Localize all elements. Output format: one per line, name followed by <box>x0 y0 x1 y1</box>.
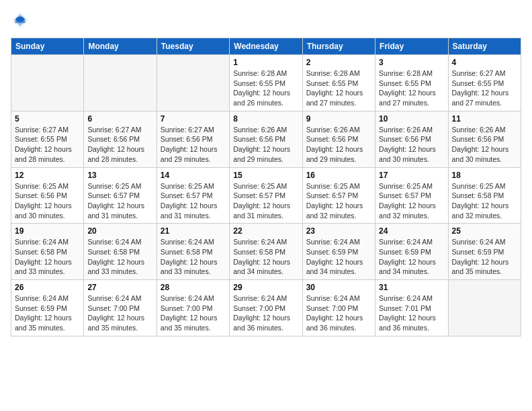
calendar-cell: 4Sunrise: 6:27 AM Sunset: 6:55 PM Daylig… <box>448 55 521 111</box>
day-number: 26 <box>15 283 80 292</box>
day-number: 5 <box>15 114 80 124</box>
weekday-header: Sunday <box>11 38 84 55</box>
logo <box>11 11 34 30</box>
calendar-cell: 11Sunrise: 6:26 AM Sunset: 6:56 PM Dayli… <box>448 111 521 167</box>
calendar-week-row: 26Sunrise: 6:24 AM Sunset: 6:59 PM Dayli… <box>11 280 521 336</box>
day-info: Sunrise: 6:24 AM Sunset: 7:01 PM Dayligh… <box>379 293 444 333</box>
calendar-cell: 2Sunrise: 6:28 AM Sunset: 6:55 PM Daylig… <box>302 55 375 111</box>
day-number: 15 <box>233 171 298 180</box>
calendar-cell <box>157 55 229 111</box>
calendar-cell: 27Sunrise: 6:24 AM Sunset: 7:00 PM Dayli… <box>84 280 157 336</box>
calendar-cell: 7Sunrise: 6:27 AM Sunset: 6:56 PM Daylig… <box>157 111 229 167</box>
day-number: 29 <box>233 283 298 292</box>
day-number: 3 <box>379 58 444 67</box>
calendar-cell: 25Sunrise: 6:24 AM Sunset: 6:59 PM Dayli… <box>448 224 521 280</box>
day-number: 11 <box>452 114 517 124</box>
calendar-cell <box>84 55 157 111</box>
calendar-cell: 6Sunrise: 6:27 AM Sunset: 6:56 PM Daylig… <box>84 111 157 167</box>
calendar-cell: 18Sunrise: 6:25 AM Sunset: 6:58 PM Dayli… <box>448 167 521 224</box>
page-header <box>11 11 521 30</box>
day-info: Sunrise: 6:27 AM Sunset: 6:56 PM Dayligh… <box>87 125 152 165</box>
day-info: Sunrise: 6:24 AM Sunset: 6:59 PM Dayligh… <box>306 237 371 277</box>
day-info: Sunrise: 6:24 AM Sunset: 6:58 PM Dayligh… <box>233 237 298 277</box>
day-info: Sunrise: 6:25 AM Sunset: 6:57 PM Dayligh… <box>87 181 152 221</box>
day-info: Sunrise: 6:25 AM Sunset: 6:57 PM Dayligh… <box>379 181 444 221</box>
day-info: Sunrise: 6:26 AM Sunset: 6:56 PM Dayligh… <box>306 125 371 165</box>
day-info: Sunrise: 6:27 AM Sunset: 6:55 PM Dayligh… <box>452 68 517 108</box>
day-number: 22 <box>233 226 298 236</box>
day-info: Sunrise: 6:24 AM Sunset: 7:00 PM Dayligh… <box>233 293 298 333</box>
weekday-header: Monday <box>84 38 157 55</box>
day-number: 19 <box>15 226 80 236</box>
day-number: 20 <box>87 226 152 236</box>
day-number: 8 <box>233 114 298 124</box>
calendar-cell: 15Sunrise: 6:25 AM Sunset: 6:57 PM Dayli… <box>230 167 302 224</box>
day-number: 14 <box>161 171 226 180</box>
day-info: Sunrise: 6:26 AM Sunset: 6:56 PM Dayligh… <box>379 125 444 165</box>
calendar-cell: 23Sunrise: 6:24 AM Sunset: 6:59 PM Dayli… <box>302 224 375 280</box>
weekday-header: Friday <box>375 38 448 55</box>
day-number: 16 <box>306 171 371 180</box>
day-info: Sunrise: 6:26 AM Sunset: 6:56 PM Dayligh… <box>452 125 517 165</box>
day-info: Sunrise: 6:24 AM Sunset: 6:59 PM Dayligh… <box>452 237 517 277</box>
calendar-cell: 9Sunrise: 6:26 AM Sunset: 6:56 PM Daylig… <box>302 111 375 167</box>
day-number: 4 <box>452 58 517 67</box>
day-number: 2 <box>306 58 371 67</box>
day-info: Sunrise: 6:25 AM Sunset: 6:57 PM Dayligh… <box>233 181 298 221</box>
day-info: Sunrise: 6:25 AM Sunset: 6:57 PM Dayligh… <box>161 181 226 221</box>
day-info: Sunrise: 6:24 AM Sunset: 6:58 PM Dayligh… <box>87 237 152 277</box>
weekday-header: Thursday <box>302 38 375 55</box>
calendar-cell <box>448 280 521 336</box>
day-number: 23 <box>306 226 371 236</box>
day-number: 21 <box>161 226 226 236</box>
calendar-cell: 19Sunrise: 6:24 AM Sunset: 6:58 PM Dayli… <box>11 224 84 280</box>
day-info: Sunrise: 6:28 AM Sunset: 6:55 PM Dayligh… <box>306 68 371 108</box>
weekday-header: Wednesday <box>230 38 302 55</box>
day-number: 17 <box>379 171 444 180</box>
logo-icon <box>11 11 30 30</box>
calendar-cell: 5Sunrise: 6:27 AM Sunset: 6:55 PM Daylig… <box>11 111 84 167</box>
day-number: 1 <box>233 58 298 67</box>
calendar-cell: 28Sunrise: 6:24 AM Sunset: 7:00 PM Dayli… <box>157 280 229 336</box>
calendar-cell: 26Sunrise: 6:24 AM Sunset: 6:59 PM Dayli… <box>11 280 84 336</box>
day-info: Sunrise: 6:25 AM Sunset: 6:57 PM Dayligh… <box>306 181 371 221</box>
calendar-cell: 12Sunrise: 6:25 AM Sunset: 6:56 PM Dayli… <box>11 167 84 224</box>
day-info: Sunrise: 6:27 AM Sunset: 6:55 PM Dayligh… <box>15 125 80 165</box>
calendar-week-row: 5Sunrise: 6:27 AM Sunset: 6:55 PM Daylig… <box>11 111 521 167</box>
calendar-cell: 20Sunrise: 6:24 AM Sunset: 6:58 PM Dayli… <box>84 224 157 280</box>
weekday-header-row: SundayMondayTuesdayWednesdayThursdayFrid… <box>11 38 521 55</box>
calendar-cell: 16Sunrise: 6:25 AM Sunset: 6:57 PM Dayli… <box>302 167 375 224</box>
calendar-cell: 14Sunrise: 6:25 AM Sunset: 6:57 PM Dayli… <box>157 167 229 224</box>
calendar-cell: 31Sunrise: 6:24 AM Sunset: 7:01 PM Dayli… <box>375 280 448 336</box>
calendar-cell: 22Sunrise: 6:24 AM Sunset: 6:58 PM Dayli… <box>230 224 302 280</box>
day-info: Sunrise: 6:24 AM Sunset: 6:59 PM Dayligh… <box>379 237 444 277</box>
day-number: 28 <box>161 283 226 292</box>
calendar-cell: 17Sunrise: 6:25 AM Sunset: 6:57 PM Dayli… <box>375 167 448 224</box>
calendar-cell: 1Sunrise: 6:28 AM Sunset: 6:55 PM Daylig… <box>230 55 302 111</box>
day-number: 7 <box>161 114 226 124</box>
day-info: Sunrise: 6:26 AM Sunset: 6:56 PM Dayligh… <box>233 125 298 165</box>
calendar-table: SundayMondayTuesdayWednesdayThursdayFrid… <box>11 38 521 336</box>
day-number: 24 <box>379 226 444 236</box>
day-number: 13 <box>87 171 152 180</box>
calendar-week-row: 12Sunrise: 6:25 AM Sunset: 6:56 PM Dayli… <box>11 167 521 224</box>
day-info: Sunrise: 6:24 AM Sunset: 7:00 PM Dayligh… <box>306 293 371 333</box>
day-number: 18 <box>452 171 517 180</box>
day-info: Sunrise: 6:24 AM Sunset: 7:00 PM Dayligh… <box>161 293 226 333</box>
day-info: Sunrise: 6:24 AM Sunset: 6:58 PM Dayligh… <box>15 237 80 277</box>
day-info: Sunrise: 6:27 AM Sunset: 6:56 PM Dayligh… <box>161 125 226 165</box>
day-info: Sunrise: 6:24 AM Sunset: 6:58 PM Dayligh… <box>161 237 226 277</box>
weekday-header: Saturday <box>448 38 521 55</box>
calendar-week-row: 1Sunrise: 6:28 AM Sunset: 6:55 PM Daylig… <box>11 55 521 111</box>
calendar-cell: 24Sunrise: 6:24 AM Sunset: 6:59 PM Dayli… <box>375 224 448 280</box>
day-number: 10 <box>379 114 444 124</box>
day-number: 30 <box>306 283 371 292</box>
day-info: Sunrise: 6:25 AM Sunset: 6:58 PM Dayligh… <box>452 181 517 221</box>
day-info: Sunrise: 6:24 AM Sunset: 7:00 PM Dayligh… <box>87 293 152 333</box>
day-number: 9 <box>306 114 371 124</box>
calendar-week-row: 19Sunrise: 6:24 AM Sunset: 6:58 PM Dayli… <box>11 224 521 280</box>
calendar-cell: 10Sunrise: 6:26 AM Sunset: 6:56 PM Dayli… <box>375 111 448 167</box>
day-number: 31 <box>379 283 444 292</box>
day-info: Sunrise: 6:25 AM Sunset: 6:56 PM Dayligh… <box>15 181 80 221</box>
calendar-cell: 13Sunrise: 6:25 AM Sunset: 6:57 PM Dayli… <box>84 167 157 224</box>
